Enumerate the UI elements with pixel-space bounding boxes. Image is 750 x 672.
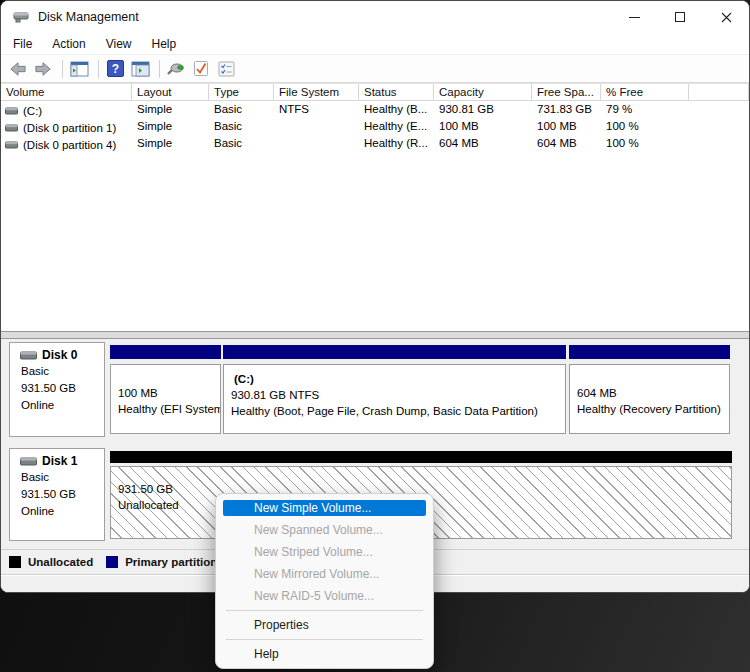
cell-pct: 100 % [601, 135, 689, 152]
partition-status: Healthy (Boot, Page File, Crash Dump, Ba… [224, 403, 565, 419]
menu-separator [226, 639, 423, 640]
partition-c[interactable]: (C:) 930.81 GB NTFS Healthy (Boot, Page … [223, 364, 566, 434]
app-icon [13, 9, 29, 25]
menu-item-new-mirrored-volume[interactable]: New Mirrored Volume... [216, 563, 433, 585]
volume-table-header: Volume Layout Type File System Status Ca… [1, 83, 749, 101]
check-document-icon [193, 60, 209, 77]
minimize-icon [629, 17, 640, 18]
pane-splitter[interactable] [1, 331, 749, 339]
toolbar-separator [62, 60, 63, 78]
cell-layout: Simple [132, 135, 209, 152]
svg-text:?: ? [111, 62, 118, 76]
menu-action[interactable]: Action [42, 34, 95, 54]
close-icon [721, 12, 732, 23]
volume-list-pane: Volume Layout Type File System Status Ca… [1, 83, 749, 331]
col-pct-free[interactable]: % Free [601, 84, 689, 100]
menu-separator [226, 610, 423, 611]
cell-free: 100 MB [532, 118, 601, 135]
close-button[interactable] [703, 1, 749, 33]
table-row[interactable]: (Disk 0 partition 4) Simple Basic Health… [1, 135, 749, 152]
col-file-system[interactable]: File System [274, 84, 359, 100]
partition-efi[interactable]: 100 MB Healthy (EFI System [110, 364, 221, 434]
menu-item-new-striped-volume[interactable]: New Striped Volume... [216, 541, 433, 563]
minimize-button[interactable] [611, 1, 657, 33]
cell-pct: 100 % [601, 118, 689, 135]
action-pane-icon [131, 61, 150, 77]
show-console-tree-button[interactable] [68, 59, 90, 79]
cell-type: Basic [209, 101, 274, 118]
menu-file[interactable]: File [3, 34, 42, 54]
col-free-space[interactable]: Free Spa... [532, 84, 601, 100]
volume-icon [5, 141, 18, 149]
disk-kind: Basic [10, 469, 104, 486]
menu-item-help[interactable]: Help [216, 643, 433, 665]
help-icon: ? [107, 60, 124, 77]
primary-partition-swatch [106, 556, 118, 568]
disk-icon [20, 457, 37, 466]
partition-status: Healthy (Recovery Partition) [570, 401, 729, 417]
table-row[interactable]: (C:) Simple Basic NTFS Healthy (B... 930… [1, 101, 749, 118]
menu-item-properties[interactable]: Properties [216, 614, 433, 636]
menu-item-new-raid5-volume[interactable]: New RAID-5 Volume... [216, 585, 433, 607]
partition-color-bar [223, 345, 566, 359]
menu-item-new-simple-volume[interactable]: New Simple Volume... [216, 497, 433, 519]
view-options-button[interactable] [215, 59, 237, 79]
menu-view[interactable]: View [96, 34, 142, 54]
disk-name: Disk 0 [42, 348, 77, 362]
partition-recovery[interactable]: 604 MB Healthy (Recovery Partition) [569, 364, 730, 434]
cell-fs [274, 118, 359, 135]
volume-icon [5, 124, 18, 132]
volume-name: (Disk 0 partition 4) [23, 139, 116, 151]
toolbar-separator [98, 60, 99, 78]
rescan-disks-button[interactable] [190, 59, 212, 79]
disk0-label-panel[interactable]: Disk 0 Basic 931.50 GB Online [9, 342, 105, 437]
toolbar-separator [159, 60, 160, 78]
maximize-button[interactable] [657, 1, 703, 33]
console-tree-icon [70, 61, 89, 77]
forward-arrow-icon [34, 61, 52, 77]
context-menu: New Simple Volume... New Spanned Volume.… [215, 493, 434, 669]
cell-capacity: 604 MB [434, 135, 532, 152]
show-action-pane-button[interactable] [129, 59, 151, 79]
partition-size: 100 MB [111, 385, 220, 401]
toolbar: ? [1, 55, 749, 83]
cell-pct: 79 % [601, 101, 689, 118]
col-capacity[interactable]: Capacity [434, 84, 532, 100]
forward-button[interactable] [32, 59, 54, 79]
back-button[interactable] [7, 59, 29, 79]
partition-color-bar [110, 345, 221, 359]
cell-status: Healthy (E... [359, 118, 434, 135]
disk1-label-panel[interactable]: Disk 1 Basic 931.50 GB Online [9, 448, 105, 541]
col-type[interactable]: Type [209, 84, 274, 100]
cell-status: Healthy (R... [359, 135, 434, 152]
col-status[interactable]: Status [359, 84, 434, 100]
col-volume[interactable]: Volume [1, 84, 132, 100]
disk-size: 931.50 GB [10, 380, 104, 397]
title-bar: Disk Management [1, 1, 749, 33]
legend-unallocated: Unallocated [28, 556, 93, 568]
unallocated-swatch [9, 556, 21, 568]
maximize-icon [675, 12, 685, 22]
disk-status: Online [10, 503, 104, 520]
partition-name: (C:) [224, 371, 565, 387]
window-title: Disk Management [38, 10, 139, 24]
col-layout[interactable]: Layout [132, 84, 209, 100]
menu-help[interactable]: Help [142, 34, 187, 54]
refresh-icon [166, 61, 186, 77]
partition-color-bar [569, 345, 730, 359]
cell-layout: Simple [132, 101, 209, 118]
volume-name: (C:) [23, 105, 42, 117]
refresh-button[interactable] [165, 59, 187, 79]
checklist-icon [218, 61, 235, 77]
partition-size: 604 MB [570, 385, 729, 401]
help-button[interactable]: ? [104, 59, 126, 79]
disk-size: 931.50 GB [10, 486, 104, 503]
cell-fs: NTFS [274, 101, 359, 118]
cell-free: 604 MB [532, 135, 601, 152]
menu-item-new-spanned-volume[interactable]: New Spanned Volume... [216, 519, 433, 541]
table-row[interactable]: (Disk 0 partition 1) Simple Basic Health… [1, 118, 749, 135]
volume-icon [5, 107, 18, 115]
col-empty [689, 84, 749, 100]
cell-fs [274, 135, 359, 152]
disk-status: Online [10, 397, 104, 414]
